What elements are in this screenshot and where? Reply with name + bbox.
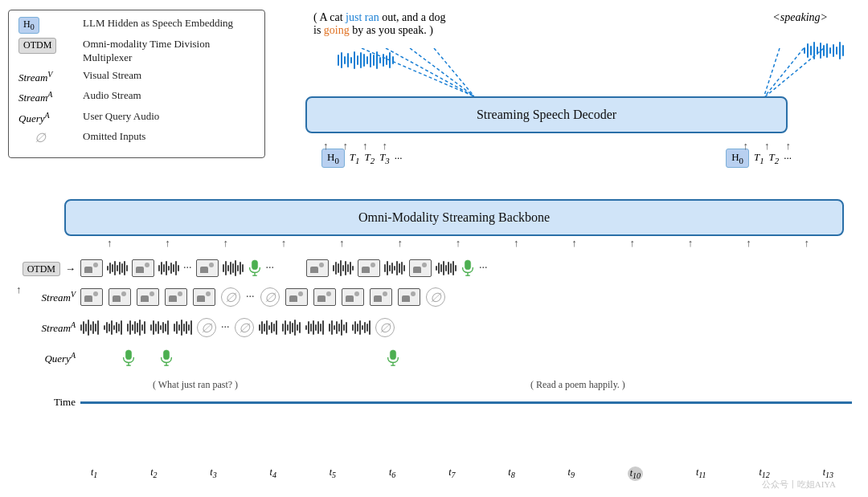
otdm-row-badge: OTDM	[23, 262, 60, 276]
svg-line-1	[386, 48, 474, 96]
arrow-up: ↑	[764, 140, 770, 153]
arrow-up: ↑	[688, 237, 694, 250]
time-ticks-row: t1 t2 t3 t4 t5 t6 t7 t8 t9 t10 t11 t12 t…	[64, 466, 860, 481]
speech-bubble-text: ( A cat just ran out, and a dog is going…	[313, 11, 445, 37]
arrow-up: ↑	[107, 237, 113, 250]
dots-sv-1: ···	[246, 291, 255, 303]
sv-img-8	[342, 288, 364, 306]
arrow-up: ↑	[804, 237, 809, 250]
legend-row-streama: StreamA Audio Stream	[18, 89, 255, 105]
query-mic-1	[121, 349, 136, 367]
otdm-row: OTDM → ··· ···	[8, 254, 860, 283]
sa-null-3: ∅	[375, 318, 395, 337]
arrow-up: ↑	[786, 140, 792, 153]
query-mic-2	[159, 349, 174, 367]
time-label: Time	[8, 396, 80, 409]
tick-t10: t10	[628, 466, 643, 481]
legend-val-streamv: Visual Stream	[83, 69, 255, 83]
otdm-audio-6	[436, 261, 457, 275]
legend-row-streamv: StreamV Visual Stream	[18, 69, 255, 85]
legend-key-streamv: StreamV	[18, 69, 83, 85]
waveform-bar	[839, 42, 841, 59]
sa-audio-8	[305, 320, 324, 335]
legend-row-querya: QueryA User Query Audio	[18, 110, 255, 126]
otdm-mic-1	[248, 259, 262, 277]
tick-t6: t6	[389, 466, 395, 481]
waveform-bar	[354, 51, 355, 69]
arrows-above-tokens-right: ↑ ↑ ↑	[743, 140, 792, 153]
sa-audio-5	[174, 320, 192, 336]
sa-audio-2	[104, 320, 122, 335]
legend-key-querya: QueryA	[18, 110, 83, 126]
legend-key-h0: H0	[18, 17, 83, 34]
waveform-bar	[389, 52, 391, 68]
arrow-up: ↑	[339, 237, 345, 250]
svg-line-2	[410, 48, 474, 96]
waveform-bar	[826, 43, 828, 58]
legend-val-streama: Audio Stream	[83, 89, 255, 103]
waveform-bar	[373, 55, 375, 66]
query-text-1: ( What just ran past? )	[153, 379, 238, 391]
streamv-items: ∅ ··· ∅ ∅	[80, 287, 860, 307]
otdm-badge: OTDM	[18, 38, 56, 54]
otdm-audio-1	[107, 261, 128, 275]
tick-t2: t2	[150, 466, 157, 481]
sa-audio-1	[80, 320, 99, 336]
waveform-bar	[366, 56, 368, 64]
waveform-bar	[379, 57, 381, 63]
streama-label: StreamA	[18, 89, 52, 105]
legend-val-h0: LLM Hidden as Speech Embedding	[83, 17, 255, 31]
legend-val-otdm: Omni-modality Time Division Multiplexer	[83, 38, 255, 65]
otdm-mic-2	[461, 259, 475, 277]
legend-val-omit: Omitted Inputs	[83, 130, 255, 144]
sv-img-1	[80, 288, 103, 306]
text-just-ran: just ran	[346, 11, 379, 23]
sv-null-1: ∅	[221, 287, 240, 307]
otdm-img-4	[306, 259, 329, 277]
waveform-bar	[386, 55, 387, 65]
sv-img-9	[370, 288, 392, 306]
legend-val-querya: User Query Audio	[83, 110, 255, 124]
otdm-img-3	[196, 259, 219, 277]
otdm-img-1	[80, 259, 103, 277]
querya-items	[80, 349, 860, 367]
legend-row-omit: ∅ Omitted Inputs	[18, 130, 255, 147]
otdm-img-5	[358, 259, 380, 277]
svg-line-3	[434, 48, 474, 96]
otdm-audio-3	[223, 260, 244, 276]
token-t3: T3	[379, 151, 390, 165]
tick-t11: t11	[696, 466, 706, 481]
waveform-bar	[817, 47, 818, 55]
legend-box: H0 LLM Hidden as Speech Embedding OTDM O…	[8, 10, 265, 158]
waveform-bar	[804, 47, 805, 54]
waveform-bar	[383, 54, 384, 67]
legend-key-streama: StreamA	[18, 89, 83, 105]
waveform-bar	[820, 43, 821, 59]
speech-line1: ( A cat just ran out, and a dog	[313, 11, 445, 24]
arrow-up: ↑	[343, 140, 349, 153]
sa-audio-4	[150, 320, 169, 335]
waveform-bar	[833, 44, 834, 57]
dots-3: ···	[479, 262, 488, 275]
token-dots-right: ···	[784, 152, 792, 165]
querya-label: QueryA	[18, 110, 50, 126]
sv-null-3: ∅	[426, 287, 445, 307]
sa-null-2: ∅	[235, 318, 254, 337]
legend-row-h0: H0 LLM Hidden as Speech Embedding	[18, 17, 255, 34]
otdm-audio-2	[158, 261, 179, 275]
dots-2: ···	[266, 262, 275, 275]
sa-audio-9	[329, 320, 347, 336]
dots-sa-1: ···	[221, 321, 230, 334]
sv-img-5	[193, 288, 215, 306]
token-dots-left: ···	[395, 152, 403, 165]
waveform-bar	[823, 45, 825, 56]
arrow-up: ↑	[514, 237, 519, 250]
arrow-up: ↑	[223, 237, 228, 250]
sa-audio-7	[282, 320, 301, 336]
sv-img-7	[313, 288, 336, 306]
arrow-up: ↑	[281, 237, 287, 250]
sa-audio-6	[259, 320, 277, 335]
arrow-up: ↑	[323, 140, 329, 153]
main-container: H0 LLM Hidden as Speech Embedding OTDM O…	[0, 0, 868, 497]
sv-img-2	[108, 288, 131, 306]
